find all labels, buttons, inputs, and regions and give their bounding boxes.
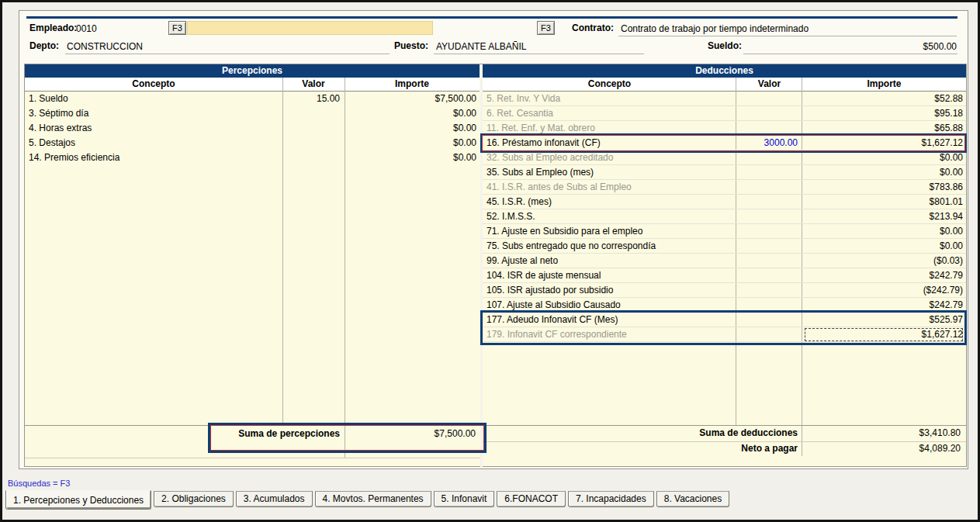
puesto-field[interactable]: AYUDANTE ALBAÑIL (436, 41, 526, 52)
table-row[interactable]: 71. Ajuste en Subsidio para el empleo$0.… (483, 224, 966, 239)
empleado-f3-button[interactable]: F3 (168, 21, 186, 35)
depto-field[interactable]: CONSTRUCCION (67, 41, 143, 52)
concepto-cell: 1. Sueldo (25, 92, 282, 106)
column-header-valor: Valor (736, 78, 802, 91)
table-row[interactable]: 179. Infonavit CF correspondiente$1,627.… (483, 327, 966, 342)
table-row[interactable]: 45. I.S.R. (mes)$801.01 (483, 195, 966, 209)
field-underline (434, 54, 644, 54)
valor-cell (736, 239, 802, 253)
sueldo-label: Sueldo: (708, 40, 742, 51)
importe-cell: ($242.79) (802, 283, 966, 297)
grid-line (483, 425, 966, 426)
valor-cell (282, 150, 345, 165)
importe-cell: $0.00 (802, 239, 966, 253)
tab-7[interactable]: 7. Incapacidades (568, 491, 654, 507)
valor-cell (736, 209, 802, 223)
table-row[interactable]: 41. I.S.R. antes de Subs al Empleo$783.8… (483, 180, 966, 195)
importe-cell: $0.00 (802, 165, 966, 179)
table-row[interactable]: 177. Adeudo Infonavit CF (Mes)$525.97 (483, 313, 966, 327)
contrato-field[interactable]: Contrato de trabajo por tiempo indetermi… (621, 23, 809, 34)
table-row[interactable]: 107. Ajuste al Subsidio Causado$242.79 (483, 298, 966, 313)
suma-percepciones-label: Suma de percepciones (214, 428, 340, 439)
valor-cell (736, 313, 802, 327)
concepto-cell: 5. Ret. Inv. Y Vida (483, 92, 736, 105)
valor-cell (736, 224, 802, 238)
valor-cell: 3000.00 (736, 136, 802, 150)
importe-cell: $801.01 (802, 195, 966, 209)
concepto-cell: 177. Adeudo Infonavit CF (Mes) (483, 313, 736, 327)
importe-cell: $1,627.12 (802, 327, 966, 341)
table-row[interactable]: 75. Subs entregado que no correspondía$0… (483, 239, 966, 254)
importe-cell: $0.00 (345, 106, 480, 121)
table-row[interactable]: 16. Préstamo infonavit (CF)3000.00$1,627… (483, 136, 966, 150)
table-row[interactable]: 5. Destajos$0.00 (25, 136, 480, 150)
valor-cell (736, 150, 802, 164)
valor-cell (736, 92, 802, 105)
column-header-importe: Importe (345, 78, 480, 91)
table-row[interactable]: 32. Subs al Empleo acreditado$0.00 (483, 150, 966, 165)
importe-cell: $0.00 (345, 150, 480, 165)
importe-cell: $0.00 (802, 150, 966, 164)
table-row[interactable]: 6. Ret. Cesantia$95.18 (483, 106, 966, 121)
tab-5[interactable]: 5. Infonavit (434, 491, 495, 507)
tab-2[interactable]: 2. Obligaciones (154, 491, 234, 507)
importe-cell: $525.97 (802, 313, 966, 327)
concepto-cell: 14. Premios eficiencia (25, 150, 282, 165)
concepto-cell: 99. Ajuste al neto (483, 254, 736, 268)
valor-cell (736, 106, 802, 120)
table-row[interactable]: 105. ISR ajustado por subsidio($242.79) (483, 283, 966, 298)
table-row[interactable]: 104. ISR de ajuste mensual$242.79 (483, 268, 966, 283)
importe-cell: $242.79 (802, 268, 966, 282)
valor-cell (736, 121, 802, 135)
suma-deducciones-value: $3,410.80 (807, 427, 961, 438)
concepto-cell: 104. ISR de ajuste mensual (483, 268, 736, 282)
sueldo-field[interactable]: $500.00 (776, 41, 957, 52)
deducciones-column-headers: Concepto Valor Importe (483, 78, 966, 92)
importe-cell: $783.86 (802, 180, 966, 194)
table-row[interactable]: 35. Subs al Empleo (mes)$0.00 (483, 165, 966, 180)
concepto-cell: 6. Ret. Cesantia (483, 106, 736, 120)
tab-8[interactable]: 8. Vacaciones (656, 491, 730, 507)
busquedas-hint: Búsquedas = F3 (8, 479, 70, 488)
grid-line (483, 441, 966, 442)
tab-3[interactable]: 3. Acumulados (236, 491, 313, 507)
table-row[interactable]: 4. Horas extras$0.00 (25, 121, 480, 136)
tab-4[interactable]: 4. Movtos. Permanentes (315, 491, 431, 507)
puesto-label: Puesto: (394, 40, 428, 51)
table-row[interactable]: 5. Ret. Inv. Y Vida$52.88 (483, 92, 966, 106)
table-row[interactable]: 14. Premios eficiencia$0.00 (25, 150, 480, 165)
empleado-name-field[interactable] (187, 21, 433, 35)
tab-1[interactable]: 1. Percepciones y Deducciones (5, 490, 151, 510)
tab-6[interactable]: 6.FONACOT (497, 491, 566, 507)
valor-cell (282, 121, 345, 136)
bottom-tab-bar: 1. Percepciones y Deducciones2. Obligaci… (5, 490, 729, 510)
valor-cell (736, 327, 802, 341)
importe-cell: ($0.03) (802, 254, 966, 268)
field-underline (618, 36, 957, 36)
percepciones-header: Percepciones (25, 64, 480, 78)
concepto-cell: 35. Subs al Empleo (mes) (483, 165, 736, 179)
importe-cell: $7,500.00 (345, 92, 480, 106)
table-row[interactable]: 99. Ajuste al neto($0.03) (483, 254, 966, 268)
empleado-number-field[interactable]: 0010 (76, 23, 97, 34)
valor-cell (736, 195, 802, 209)
contrato-f3-button[interactable]: F3 (537, 21, 555, 35)
concepto-cell: 71. Ajuste en Subsidio para el empleo (483, 224, 736, 238)
deducciones-header: Deducciones (483, 64, 966, 78)
table-row[interactable]: 52. I.M.S.S.$213.94 (483, 209, 966, 224)
neto-a-pagar-value: $4,089.20 (807, 443, 961, 454)
valor-cell (736, 165, 802, 179)
importe-cell: $0.00 (345, 121, 480, 136)
concepto-cell: 11. Ret. Enf. y Mat. obrero (483, 121, 736, 135)
valor-cell (736, 254, 802, 268)
grid-line (25, 458, 480, 458)
concepto-cell: 45. I.S.R. (mes) (483, 195, 736, 209)
concepto-cell: 4. Horas extras (25, 121, 282, 136)
table-row[interactable]: 3. Séptimo día$0.00 (25, 106, 480, 121)
table-row[interactable]: 1. Sueldo15.00$7,500.00 (25, 92, 480, 106)
valor-cell (736, 283, 802, 297)
concepto-cell: 105. ISR ajustado por subsidio (483, 283, 736, 297)
column-header-concepto: Concepto (25, 78, 282, 91)
table-row[interactable]: 11. Ret. Enf. y Mat. obrero$65.88 (483, 121, 966, 136)
deducciones-rows: 5. Ret. Inv. Y Vida$52.886. Ret. Cesanti… (483, 92, 966, 342)
